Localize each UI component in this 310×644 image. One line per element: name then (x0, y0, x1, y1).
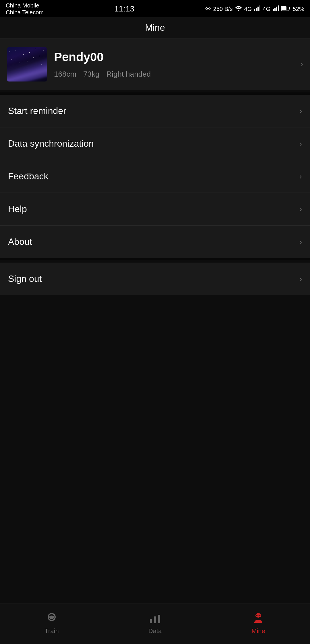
profile-username: Pendy00 (54, 50, 301, 64)
svg-rect-11 (282, 6, 286, 10)
help-chevron-icon: › (299, 205, 302, 214)
eye-icon: 👁 (205, 6, 211, 12)
about-label: About (8, 236, 32, 247)
start-reminder-item[interactable]: Start reminder › (0, 95, 310, 127)
network-4g-icon: 4G (244, 6, 252, 12)
nav-data-label: Data (148, 627, 162, 635)
nav-tab-mine[interactable]: Mine (207, 610, 310, 635)
time-display: 11:13 (114, 4, 134, 13)
svg-rect-15 (150, 619, 152, 623)
svg-rect-5 (273, 9, 274, 11)
about-item[interactable]: About › (0, 226, 310, 258)
svg-rect-7 (276, 7, 277, 11)
profile-height: 168cm (54, 70, 76, 79)
sign-out-chevron-icon: › (299, 274, 302, 284)
data-synchronization-item[interactable]: Data synchronization › (0, 127, 310, 160)
svg-rect-3 (257, 7, 259, 11)
sign-out-item[interactable]: Sign out › (0, 263, 310, 295)
svg-point-14 (49, 616, 54, 619)
carrier2-label: China Telecom (6, 9, 44, 16)
help-label: Help (8, 204, 27, 214)
svg-rect-17 (158, 615, 160, 623)
status-icons: 👁 250 B/s 4G 4G (205, 5, 304, 13)
profile-stats: 168cm 73kg Right handed (54, 70, 301, 79)
feedback-chevron-icon: › (299, 172, 302, 181)
profile-info: Pendy00 168cm 73kg Right handed (47, 50, 301, 79)
profile-card[interactable]: Pendy00 168cm 73kg Right handed › (0, 38, 310, 90)
svg-rect-4 (259, 5, 260, 11)
section-separator-2 (0, 258, 310, 260)
bottom-navigation: Train Data Mine (0, 604, 310, 644)
svg-rect-2 (256, 8, 257, 11)
sign-out-label: Sign out (8, 273, 42, 284)
help-item[interactable]: Help › (0, 193, 310, 226)
svg-rect-6 (274, 8, 276, 11)
profile-handedness: Right handed (106, 70, 151, 79)
page-title-bar: Mine (0, 17, 310, 38)
carrier1-label: China Mobile (6, 2, 44, 9)
menu-section: Start reminder › Data synchronization › … (0, 95, 310, 258)
nav-train-label: Train (44, 627, 59, 635)
data-speed: 250 B/s (213, 6, 233, 12)
train-icon (44, 610, 59, 625)
nav-tab-train[interactable]: Train (0, 610, 103, 635)
signal-2-icon (273, 5, 279, 13)
svg-rect-16 (154, 616, 156, 623)
about-chevron-icon: › (299, 237, 302, 247)
feedback-label: Feedback (8, 171, 49, 182)
network-4g-2-icon: 4G (263, 6, 270, 12)
status-bar: China Mobile China Telecom 11:13 👁 250 B… (0, 0, 310, 17)
profile-weight: 73kg (83, 70, 99, 79)
svg-point-0 (238, 10, 239, 11)
wifi-icon (235, 5, 242, 13)
battery-icon (281, 6, 290, 12)
start-reminder-label: Start reminder (8, 106, 66, 116)
data-icon (148, 610, 162, 625)
feedback-item[interactable]: Feedback › (0, 160, 310, 193)
data-synchronization-label: Data synchronization (8, 138, 94, 149)
section-separator-1 (0, 92, 310, 95)
signout-section: Sign out › (0, 263, 310, 295)
profile-chevron-icon: › (301, 60, 303, 69)
carrier-info: China Mobile China Telecom (6, 2, 44, 16)
svg-rect-10 (289, 7, 290, 9)
page-title: Mine (0, 22, 310, 33)
data-sync-chevron-icon: › (299, 139, 302, 148)
svg-rect-1 (254, 9, 255, 11)
signal-icon (254, 5, 260, 13)
nav-mine-label: Mine (251, 627, 265, 635)
avatar-image (7, 47, 47, 82)
nav-tab-data[interactable]: Data (103, 610, 207, 635)
svg-rect-8 (278, 5, 279, 11)
avatar (7, 47, 47, 82)
battery-percentage: 52% (293, 6, 304, 12)
main-content: Pendy00 168cm 73kg Right handed › Start … (0, 38, 310, 335)
mine-active-icon (251, 610, 266, 625)
start-reminder-chevron-icon: › (299, 106, 302, 116)
